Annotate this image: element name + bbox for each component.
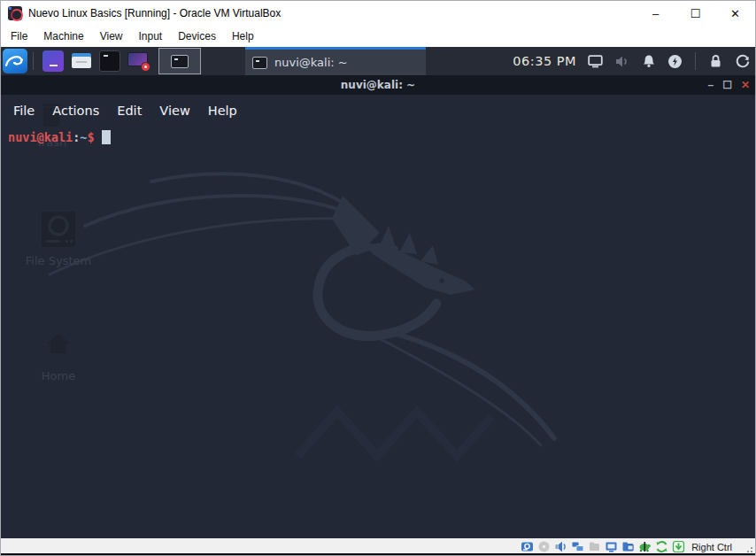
terminal-menu-help[interactable]: Help <box>199 100 246 121</box>
terminal-icon <box>99 50 120 72</box>
desktop-icon-label: File System <box>26 254 91 267</box>
terminal-maximize-button[interactable]: ☐ <box>722 75 732 95</box>
launcher-app-window[interactable] <box>42 50 65 73</box>
terminal-menu-actions[interactable]: Actions <box>43 100 108 121</box>
vm-screen: Trash File System Home <box>1 47 755 538</box>
kali-dragon-watermark <box>45 164 559 465</box>
resize-grip[interactable] <box>744 544 752 552</box>
panel-separator <box>695 52 696 70</box>
desktop-icon-label: Home <box>42 369 75 382</box>
desktop-icon-home[interactable]: Home <box>16 332 101 382</box>
menu-view[interactable]: View <box>92 27 131 46</box>
terminal-minimize-button[interactable]: – <box>707 75 714 95</box>
power-manager-icon[interactable] <box>667 54 683 69</box>
desktop-icon-file-system[interactable]: File System <box>16 210 101 267</box>
lock-screen-icon[interactable] <box>708 54 723 69</box>
virtualbox-window: Nuevo Linux Basics [Running] - Oracle VM… <box>0 0 756 556</box>
terminal-title: nuvi@kali: ~ <box>341 79 415 91</box>
keyboard-capture-icon[interactable] <box>671 540 685 554</box>
app-window-icon <box>42 50 64 72</box>
terminal-prompt: nuvi@kali:~$ <box>8 130 111 144</box>
host-titlebar: Nuevo Linux Basics [Running] - Oracle VM… <box>1 1 755 26</box>
window-bottom-edge <box>1 553 755 555</box>
menu-devices[interactable]: Devices <box>170 27 224 46</box>
panel-separator <box>33 52 34 70</box>
terminal-cursor <box>102 130 111 144</box>
hard-disk-icon[interactable] <box>520 540 534 554</box>
menu-input[interactable]: Input <box>131 27 171 46</box>
host-key-label: Right Ctrl <box>691 542 732 552</box>
host-menubar: File Machine View Input Devices Help <box>1 26 755 47</box>
close-button[interactable]: ✕ <box>715 1 755 26</box>
kali-menu-button[interactable] <box>3 49 27 73</box>
taskbar-window-button[interactable]: nuvi@kali: ~ <box>245 47 426 75</box>
display-status-icon[interactable] <box>604 540 618 554</box>
maximize-button[interactable]: ☐ <box>675 1 715 26</box>
terminal-titlebar[interactable]: nuvi@kali: ~ – ☐ ✕ <box>1 75 755 95</box>
launcher-screen-recorder[interactable] <box>127 50 150 73</box>
terminal-icon <box>252 57 267 69</box>
terminal-menu-file[interactable]: File <box>4 100 43 121</box>
terminal-close-button[interactable]: ✕ <box>741 75 750 95</box>
terminal-menubar: File Actions Edit View Help <box>1 98 755 123</box>
taskbar-window-label: nuvi@kali: ~ <box>274 56 348 69</box>
network-icon[interactable] <box>570 540 584 554</box>
hard-drive-icon <box>40 210 77 249</box>
screen-recorder-icon <box>127 50 150 73</box>
minimize-button[interactable]: – <box>636 1 675 26</box>
terminal-menu-edit[interactable]: Edit <box>108 100 150 121</box>
launcher-file-manager[interactable] <box>70 50 93 73</box>
usb-icon[interactable] <box>587 540 601 554</box>
logout-icon[interactable] <box>735 54 750 69</box>
terminal-menu-view[interactable]: View <box>150 100 198 121</box>
notifications-bell-icon[interactable] <box>641 54 656 69</box>
kali-desktop: Trash File System Home <box>1 75 755 538</box>
terminal-icon <box>171 55 189 68</box>
terminal-window-controls: – ☐ ✕ <box>707 75 750 95</box>
display-icon[interactable] <box>588 54 603 69</box>
audio-icon[interactable] <box>553 540 567 554</box>
volume-icon[interactable] <box>614 54 629 69</box>
prompt-symbol: $ <box>87 130 94 144</box>
features-turtle-icon[interactable] <box>637 540 652 554</box>
panel-tray: 06:35 PM <box>513 47 750 75</box>
menu-help[interactable]: Help <box>224 27 262 46</box>
menu-machine[interactable]: Machine <box>35 27 91 46</box>
mouse-integration-icon[interactable] <box>654 540 668 554</box>
prompt-user-host: nuvi@kali <box>8 130 73 144</box>
vm-app-icon <box>8 6 22 20</box>
launcher-terminal[interactable] <box>98 50 121 73</box>
terminal-dock-button[interactable] <box>158 48 201 74</box>
kali-logo-icon <box>3 49 27 73</box>
panel-clock[interactable]: 06:35 PM <box>513 54 576 68</box>
window-title: Nuevo Linux Basics [Running] - Oracle VM… <box>28 7 281 19</box>
menu-file[interactable]: File <box>3 27 35 46</box>
home-icon <box>45 332 72 355</box>
folder-icon <box>71 50 92 72</box>
kali-panel: nuvi@kali: ~ 06:35 PM <box>1 47 755 75</box>
shared-folders-icon[interactable] <box>621 540 635 554</box>
optical-disk-icon[interactable] <box>536 540 551 554</box>
window-controls: – ☐ ✕ <box>636 1 755 26</box>
